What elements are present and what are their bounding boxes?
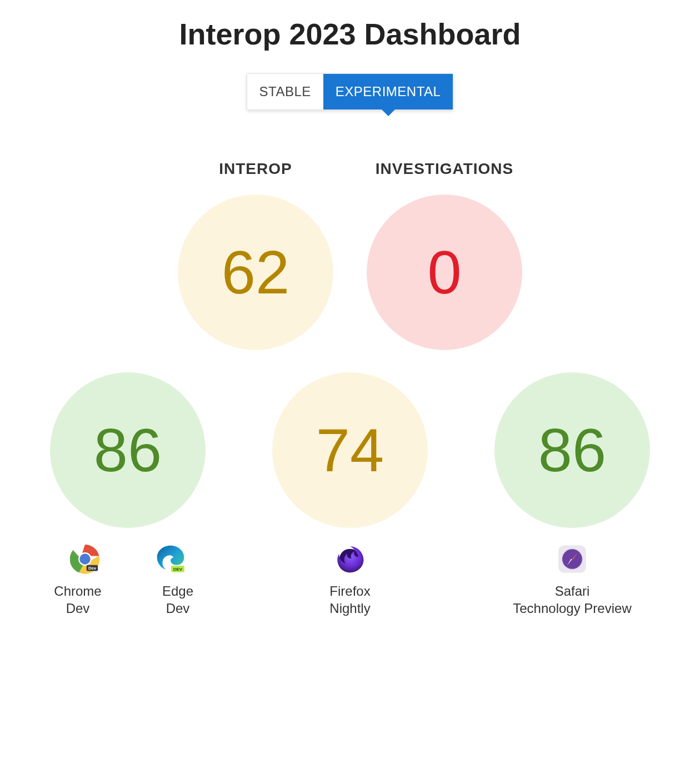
interop-heading: INTEROP (219, 160, 292, 178)
chrome-edge-score-circle: 86 (50, 372, 206, 528)
svg-text:Dev: Dev (88, 566, 97, 571)
browser-label-edge-dev: EdgeDev (144, 582, 211, 617)
browser-scores-row: 86 Dev (22, 372, 678, 617)
browser-col-safari: 86 SafariTechnology Preview (478, 372, 667, 617)
browser-col-chrome-edge: 86 Dev (33, 372, 222, 617)
edge-dev-icon: DEV (156, 544, 186, 576)
summary-scores-row: INTEROP 62 INVESTIGATIONS 0 (22, 160, 678, 350)
investigations-heading: INVESTIGATIONS (376, 160, 513, 178)
chrome-edge-score-value: 86 (94, 420, 162, 481)
investigations-score-circle: 0 (367, 195, 522, 350)
safari-tp-icon (557, 544, 587, 576)
investigations-score-block: INVESTIGATIONS 0 (367, 160, 522, 350)
browser-label-firefox-nightly: FirefoxNightly (317, 582, 383, 617)
channel-tabs: STABLE EXPERIMENTAL (22, 73, 678, 110)
tab-experimental[interactable]: EXPERIMENTAL (323, 74, 453, 109)
interop-score-value: 62 (222, 242, 289, 303)
firefox-nightly-icon (335, 544, 365, 576)
chrome-dev-icon: Dev (70, 544, 100, 576)
svg-text:DEV: DEV (173, 567, 183, 572)
safari-score-circle: 86 (494, 372, 650, 528)
browser-col-firefox: 74 FirefoxNightly (256, 372, 444, 617)
tab-stable[interactable]: STABLE (247, 74, 323, 109)
interop-score-circle: 62 (178, 195, 333, 350)
interop-score-block: INTEROP 62 (178, 160, 333, 350)
firefox-score-value: 74 (316, 420, 384, 481)
browser-label-safari-tp: SafariTechnology Preview (489, 582, 656, 617)
investigations-score-value: 0 (427, 242, 461, 303)
firefox-score-circle: 74 (272, 372, 428, 528)
page-title: Interop 2023 Dashboard (22, 17, 678, 51)
browser-label-chrome-dev: ChromeDev (44, 582, 111, 617)
safari-score-value: 86 (538, 420, 606, 481)
